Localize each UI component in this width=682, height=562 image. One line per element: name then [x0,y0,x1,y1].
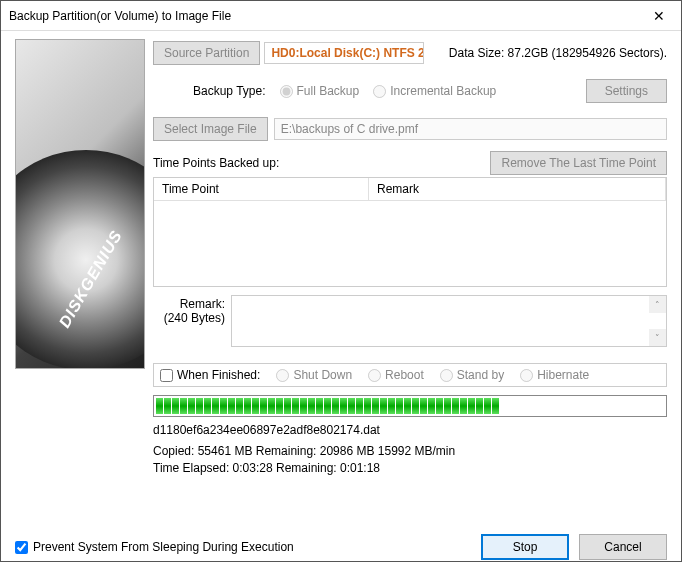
data-size-label: Data Size: 87.2GB (182954926 Sectors). [449,46,667,60]
cancel-button[interactable]: Cancel [579,534,667,560]
remark-textarea[interactable]: ˄ ˅ [231,295,667,347]
column-remark[interactable]: Remark [369,178,666,200]
source-partition-button[interactable]: Source Partition [153,41,260,65]
when-finished-checkbox[interactable]: When Finished: [160,368,260,382]
content-area: DISKGENIUS Source Partition HD0:Local Di… [1,31,681,531]
footer: Prevent System From Sleeping During Exec… [1,531,681,562]
stand-by-radio[interactable]: Stand by [440,368,504,382]
remove-last-time-point-button[interactable]: Remove The Last Time Point [490,151,667,175]
titlebar: Backup Partition(or Volume) to Image Fil… [1,1,681,31]
when-finished-group: When Finished: Shut Down Reboot Stand by… [153,363,667,387]
current-file-label: d1180ef6a234ee06897e2adf8e802174.dat [153,423,667,437]
image-file-path: E:\backups of C drive.pmf [274,118,667,140]
select-image-file-button[interactable]: Select Image File [153,117,268,141]
backup-type-label: Backup Type: [193,84,266,98]
time-points-table: Time Point Remark [153,177,667,287]
brand-image: DISKGENIUS [15,39,145,369]
remark-bytes-label: (240 Bytes) [153,311,225,325]
window-title: Backup Partition(or Volume) to Image Fil… [9,9,231,23]
prevent-sleep-checkbox[interactable]: Prevent System From Sleeping During Exec… [15,540,294,554]
stop-button[interactable]: Stop [481,534,569,560]
incremental-backup-radio[interactable]: Incremental Backup [373,84,496,98]
source-partition-value: HD0:Local Disk(C:) NTFS 237. [264,42,424,64]
stats-line-2: Time Elapsed: 0:03:28 Remaining: 0:01:18 [153,460,667,477]
scroll-up-icon[interactable]: ˄ [649,296,666,313]
settings-button[interactable]: Settings [586,79,667,103]
reboot-radio[interactable]: Reboot [368,368,424,382]
close-icon[interactable]: ✕ [636,1,681,31]
stats-line-1: Copied: 55461 MB Remaining: 20986 MB 159… [153,443,667,460]
column-time-point[interactable]: Time Point [154,178,369,200]
progress-bar [153,395,667,417]
full-backup-radio[interactable]: Full Backup [280,84,360,98]
time-points-label: Time Points Backed up: [153,156,279,170]
hibernate-radio[interactable]: Hibernate [520,368,589,382]
remark-label: Remark: [153,295,225,311]
shut-down-radio[interactable]: Shut Down [276,368,352,382]
scroll-down-icon[interactable]: ˅ [649,329,666,346]
